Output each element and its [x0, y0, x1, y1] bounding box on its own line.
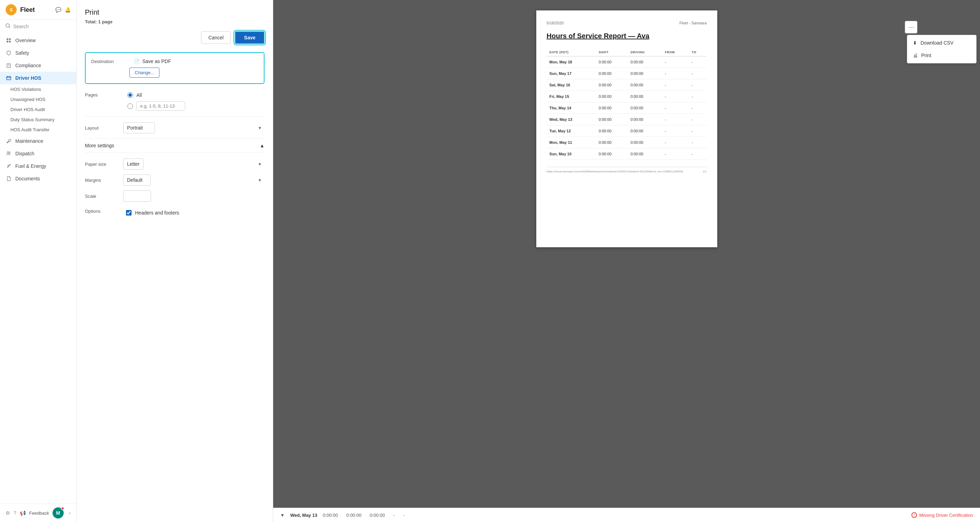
- paper-size-select-wrapper: Letter A4 Legal: [123, 158, 264, 169]
- svg-rect-6: [6, 41, 8, 43]
- scale-row: Scale 100: [85, 190, 264, 202]
- print-item[interactable]: 🖨 Print: [907, 49, 976, 62]
- cell-shift: 0:00:00: [596, 114, 627, 125]
- layout-select-wrapper: Portrait Landscape: [123, 122, 264, 133]
- sidebar-item-duty-status-summary[interactable]: Duty Status Summary: [0, 115, 76, 125]
- sidebar-item-overview[interactable]: Overview: [0, 34, 76, 47]
- options-label: Options: [85, 209, 123, 214]
- sidebar-item-dispatch[interactable]: Dispatch: [0, 147, 76, 160]
- save-button[interactable]: Save: [235, 31, 264, 44]
- table-row: Wed, May 13 0:00:00 0:00:00 - -: [547, 114, 707, 125]
- help-icon[interactable]: ?: [14, 510, 16, 516]
- download-icon: ⬇: [913, 40, 917, 46]
- cell-to: -: [689, 68, 707, 80]
- preview-area: 5/18/2020 Fleet - Samsara Hours of Servi…: [273, 0, 980, 522]
- unassigned-hos-label: Unassigned HOS: [10, 97, 45, 102]
- pages-section: Pages All: [85, 92, 264, 111]
- settings-icon[interactable]: ⚙: [6, 510, 10, 516]
- cell-from: -: [662, 137, 689, 148]
- feedback-label: Feedback: [29, 511, 49, 516]
- headers-footers-label: Headers and footers: [135, 210, 179, 216]
- download-csv-item[interactable]: ⬇ Download CSV: [907, 37, 976, 49]
- cell-driving: 0:00:00: [628, 125, 662, 137]
- more-options-button[interactable]: ⋯: [905, 21, 917, 34]
- preview-table: DATE (PDT) SHIFT DRIVING FROM TO Mon, Ma…: [547, 48, 707, 160]
- sidebar-item-hos-violations[interactable]: HOS Violations: [0, 84, 76, 94]
- driver-hos-audit-label: Driver HOS Audit: [10, 107, 45, 112]
- cell-driving: 0:00:00: [628, 91, 662, 102]
- margins-select[interactable]: Default None Minimum Custom: [123, 174, 151, 185]
- cell-shift: 0:00:00: [596, 137, 627, 148]
- cancel-button[interactable]: Cancel: [201, 31, 231, 44]
- bottom-shift: 0:00:00: [323, 512, 338, 518]
- avatar[interactable]: M: [52, 508, 64, 519]
- preview-url: https://cloud.samsara.com/o/9299/fleet/r…: [547, 170, 683, 173]
- status-label: Missing Driver Certification: [919, 512, 973, 518]
- pages-custom-input[interactable]: [137, 101, 185, 111]
- sidebar-item-hos-audit-transfer[interactable]: HOS Audit Transfer: [0, 125, 76, 135]
- preview-page: 5/18/2020 Fleet - Samsara Hours of Servi…: [536, 10, 717, 247]
- bottom-bar-date: Wed, May 13: [290, 512, 317, 518]
- search-icon: [6, 23, 10, 29]
- hos-audit-transfer-label: HOS Audit Transfer: [10, 127, 49, 132]
- preview-title: Hours of Service Report — Ava: [547, 32, 707, 40]
- sidebar-item-maintenance[interactable]: Maintenance: [0, 135, 76, 147]
- bottom-time3: 0:00:00: [369, 512, 385, 518]
- layout-label: Layout: [85, 125, 123, 131]
- sidebar-item-safety[interactable]: Safety: [0, 47, 76, 59]
- change-button[interactable]: Change...: [129, 67, 159, 78]
- cell-shift: 0:00:00: [596, 80, 627, 91]
- paper-size-select[interactable]: Letter A4 Legal: [123, 158, 143, 169]
- cell-shift: 0:00:00: [596, 148, 627, 160]
- bell-icon[interactable]: 🔔: [65, 7, 71, 13]
- cell-date: Tue, May 12: [547, 125, 596, 137]
- preview-page-num: 1/1: [703, 170, 706, 173]
- layout-select[interactable]: Portrait Landscape: [123, 122, 155, 133]
- svg-point-2: [6, 24, 10, 27]
- cell-from: -: [662, 114, 689, 125]
- collapse-icon[interactable]: ‹: [69, 510, 71, 516]
- scale-label: Scale: [85, 194, 123, 199]
- scale-input[interactable]: 100: [123, 190, 151, 202]
- sidebar-item-label: Dispatch: [15, 151, 34, 156]
- chat-icon[interactable]: 💬: [55, 7, 61, 13]
- cell-date: Thu, May 14: [547, 102, 596, 114]
- more-settings-toggle[interactable]: More settings ▲: [85, 138, 264, 153]
- sidebar-footer: ⚙ ? 📢 Feedback M ‹: [0, 504, 76, 522]
- row-expand-chevron[interactable]: ▼: [280, 512, 285, 518]
- destination-value: 📄 Save as PDF: [134, 59, 171, 64]
- margins-label: Margins: [85, 177, 123, 183]
- cell-from: -: [662, 91, 689, 102]
- sidebar-item-unassigned-hos[interactable]: Unassigned HOS: [0, 94, 76, 104]
- search-input[interactable]: Search: [0, 20, 76, 33]
- sidebar-item-driver-hos-audit[interactable]: Driver HOS Audit: [0, 104, 76, 115]
- app-logo: S: [6, 4, 17, 15]
- cell-driving: 0:00:00: [628, 102, 662, 114]
- pages-custom-radio[interactable]: [127, 104, 133, 109]
- sidebar-nav: Overview Safety Compliance Driver HOS HO…: [0, 33, 76, 504]
- ellipsis-icon: ⋯: [908, 23, 914, 31]
- cell-from: -: [662, 125, 689, 137]
- sidebar-item-label: Overview: [15, 38, 35, 43]
- sidebar-item-fuel-energy[interactable]: Fuel & Energy: [0, 160, 76, 172]
- cell-driving: 0:00:00: [628, 114, 662, 125]
- header-icons: 💬 🔔: [55, 7, 71, 13]
- cell-from: -: [662, 102, 689, 114]
- sidebar-item-compliance[interactable]: Compliance: [0, 59, 76, 72]
- table-row: Mon, May 11 0:00:00 0:00:00 - -: [547, 137, 707, 148]
- table-row: Tue, May 12 0:00:00 0:00:00 - -: [547, 125, 707, 137]
- pages-custom-option[interactable]: [127, 101, 185, 111]
- print-actions: Cancel Save: [85, 31, 264, 44]
- pages-all-radio[interactable]: [127, 92, 133, 98]
- sidebar-item-driver-hos[interactable]: Driver HOS: [0, 72, 76, 84]
- download-csv-label: Download CSV: [921, 40, 953, 46]
- more-settings-label: More settings: [85, 143, 114, 148]
- feedback-button[interactable]: Feedback: [29, 511, 49, 516]
- headers-footers-checkbox[interactable]: [126, 210, 132, 216]
- sidebar-item-label: Maintenance: [15, 138, 43, 144]
- pages-all-option[interactable]: All: [127, 92, 185, 98]
- preview-footer: https://cloud.samsara.com/o/9299/fleet/r…: [547, 167, 707, 173]
- megaphone-icon[interactable]: 📢: [20, 510, 26, 516]
- sidebar-item-documents[interactable]: Documents: [0, 172, 76, 185]
- cell-shift: 0:00:00: [596, 56, 627, 68]
